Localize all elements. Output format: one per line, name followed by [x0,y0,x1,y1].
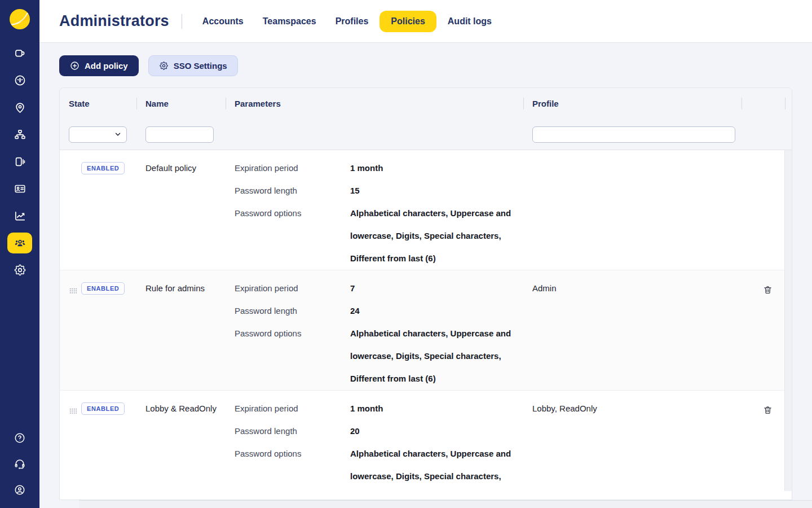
table-row: ENABLEDDefault policyExpiration period1 … [60,150,785,270]
topbar: Administrators AccountsTeamspacesProfile… [39,0,812,43]
sidebar-nav [7,43,32,281]
brand-logo [10,9,30,29]
users-group-icon [14,237,27,249]
column-header-actions [742,88,785,119]
parameter-label: Password options [235,322,350,390]
trash-icon [763,405,773,415]
user-circle-icon [14,484,26,496]
parameter-value: 1 month [350,157,522,179]
parameter-value: 24 [350,300,522,322]
toolbar: Add policy SSO Settings [59,55,812,76]
tab-policies[interactable]: Policies [379,11,436,32]
sidebar-item-location-pin[interactable] [7,97,32,118]
policy-name: Lobby & ReadOnly [136,397,226,420]
delete-policy-button[interactable] [760,282,776,297]
header-tabs: AccountsTeamspacesProfilesPoliciesAudit … [195,11,500,32]
tab-teamspaces[interactable]: Teamspaces [255,11,324,32]
sidebar-item-users-group[interactable] [7,233,32,253]
column-header-state: State [60,88,136,119]
sidebar-item-gear[interactable] [7,260,32,281]
trash-icon [763,285,773,295]
policy-name: Rule for admins [136,277,226,300]
parameter-value: 20 [350,420,522,443]
profile-value: Lobby, ReadOnly [523,397,742,420]
parameter-label: Password length [235,420,350,443]
parameters-list: Expiration period1 monthPassword length1… [235,157,523,270]
state-filter-select[interactable] [69,126,127,143]
table-row: ENABLEDLobby & ReadOnlyExpiration period… [60,391,785,500]
parameter-value: 7 [350,277,522,300]
sidebar-item-line-chart[interactable] [7,205,32,226]
line-chart-icon [14,209,27,222]
profile-value: Admin [523,277,742,300]
parameter-value: Alphabetical characters, Uppercase and l… [350,202,522,270]
gear-icon [14,264,27,277]
name-filter-input[interactable] [145,126,214,143]
filter-row [60,119,792,150]
column-header-gutter [785,88,792,119]
sidebar-item-headset[interactable] [7,453,32,474]
parameter-value: Alphabetical characters, Uppercase and l… [350,322,522,390]
gear-icon [159,61,169,71]
status-badge: ENABLED [81,402,125,415]
table-body: ENABLEDDefault policyExpiration period1 … [60,150,792,500]
help-circle-icon [14,432,26,444]
sidebar [0,0,39,508]
parameter-label: Password length [235,300,350,322]
policies-table: State Name Parameters Profile [59,87,792,500]
content: Add policy SSO Settings State Name Param… [39,43,812,508]
tab-accounts[interactable]: Accounts [195,11,251,32]
drag-handle-icon[interactable] [69,286,77,292]
location-pin-icon [14,101,27,114]
add-policy-label: Add policy [85,61,128,71]
tab-profiles[interactable]: Profiles [328,11,377,32]
mug-icon [14,47,27,60]
parameter-label: Expiration period [235,397,350,420]
table-bottom-strip [60,491,792,500]
sidebar-item-mug[interactable] [7,43,32,64]
tab-audit-logs[interactable]: Audit logs [440,11,500,32]
column-header-profile: Profile [523,88,742,119]
parameter-value: 15 [350,179,522,202]
sso-settings-button[interactable]: SSO Settings [148,55,238,76]
sidebar-item-sitemap[interactable] [7,124,32,145]
page-title: Administrators [59,12,169,30]
parameters-list: Expiration period7Password length24Passw… [235,277,523,390]
chevron-down-icon [114,130,122,138]
table-header-row: State Name Parameters Profile [60,88,792,119]
vertical-scrollbar[interactable] [784,150,792,491]
headset-icon [14,458,26,470]
sidebar-bottom-nav [7,427,32,500]
main-area: Administrators AccountsTeamspacesProfile… [39,0,812,508]
status-badge: ENABLED [81,162,125,174]
title-separator [182,14,182,29]
gauge-icon [14,74,27,87]
add-policy-button[interactable]: Add policy [59,55,139,76]
sidebar-item-gauge[interactable] [7,70,32,91]
parameter-label: Expiration period [235,277,350,300]
delete-policy-button[interactable] [760,402,776,418]
parameters-list: Expiration period1 monthPassword length2… [235,397,523,500]
plus-circle-icon [70,61,80,71]
table-row: ENABLEDRule for adminsExpiration period7… [60,270,785,391]
parameter-label: Password length [235,179,350,202]
parameter-value: 1 month [350,397,522,420]
id-card-icon [14,182,27,195]
sso-settings-label: SSO Settings [174,61,227,71]
parameter-label: Password options [235,202,350,270]
column-header-name: Name [136,88,226,119]
sidebar-item-help-circle[interactable] [7,427,32,448]
status-badge: ENABLED [81,282,125,295]
policy-name: Default policy [136,157,226,179]
sidebar-item-id-card[interactable] [7,178,32,199]
parameter-label: Expiration period [235,157,350,179]
sidebar-item-user-circle[interactable] [7,479,32,500]
drag-handle-icon[interactable] [69,406,77,412]
sidebar-item-device[interactable] [7,151,32,172]
device-icon [14,155,27,168]
sitemap-icon [14,128,27,141]
horizontal-scrollbar[interactable] [79,500,812,508]
profile-filter-input[interactable] [532,126,735,143]
column-header-parameters: Parameters [226,88,523,119]
